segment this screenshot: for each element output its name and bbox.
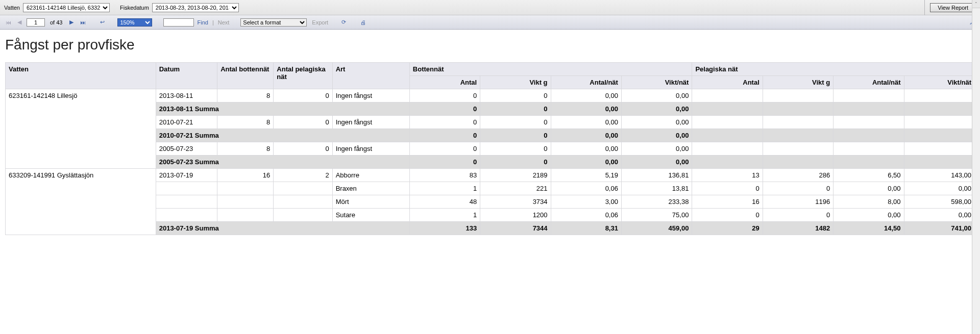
cell-antal-pelagiska: 0 [274,142,332,156]
cell-antal-pelagiska: 2 [274,169,332,182]
cell-pelagiska-value [834,116,904,129]
cell-antal-bottennat [217,195,274,209]
vatten-select[interactable]: 623161-142148 Lillesjö, 633209- [23,3,110,12]
cell-pelagiska-value [692,142,763,156]
cell-pelagiska-value [904,102,975,116]
cell-bottennat-value: 3734 [480,195,551,209]
cell-pelagiska-value: 14,50 [834,222,904,235]
cell-pelagiska-value: 0,00 [904,209,975,222]
cell-art: Sutare [332,209,409,222]
cell-pelagiska-value [763,102,833,116]
find-input[interactable] [163,18,194,27]
zoom-select[interactable]: 150% [117,18,152,27]
cell-bottennat-value: 0 [409,156,480,169]
cell-pelagiska-value [834,142,904,156]
cell-art: Abborre [332,169,409,182]
cell-pelagiska-value [834,129,904,142]
cell-pelagiska-value [763,116,833,129]
col-b-viktnat: Vikt/nät [621,76,692,89]
col-p-vikt: Vikt g [763,76,833,89]
cell-antal-bottennat [217,182,274,195]
cell-bottennat-value: 136,81 [621,169,692,182]
cell-pelagiska-value [692,89,763,102]
cell-pelagiska-value: 286 [763,169,833,182]
back-parent-icon[interactable]: ↩ [98,18,106,27]
next-find-link: Next [218,19,230,25]
col-pelagiska: Pelagiska nät [692,63,975,76]
cell-bottennat-value: 3,00 [551,195,621,209]
cell-bottennat-value: 0 [480,116,551,129]
cell-pelagiska-value [834,89,904,102]
cell-bottennat-value: 0,06 [551,182,621,195]
cell-art: Ingen fångst [332,89,409,102]
cell-bottennat-value: 1 [409,209,480,222]
find-link[interactable]: Find [197,19,208,25]
cell-bottennat-value: 83 [409,169,480,182]
cell-bottennat-value: 133 [409,222,480,235]
cell-antal-pelagiska [274,195,332,209]
cell-pelagiska-value: 0 [692,209,763,222]
cell-pelagiska-value [904,129,975,142]
col-p-viktnat: Vikt/nät [904,76,975,89]
parameter-bar: Vatten 623161-142148 Lillesjö, 633209- F… [0,0,980,15]
cell-pelagiska-value: 6,50 [834,169,904,182]
view-report-button[interactable]: View Report [930,3,976,12]
next-page-icon[interactable]: ▶ [67,18,76,27]
cell-datum [156,209,217,222]
cell-antal-bottennat [217,209,274,222]
cell-bottennat-value: 48 [409,195,480,209]
cell-antal-bottennat: 8 [217,116,274,129]
cell-bottennat-value: 2189 [480,169,551,182]
cell-bottennat-value: 1 [409,182,480,195]
cell-datum: 2013-08-11 [156,89,217,102]
page-number-input[interactable] [27,18,45,27]
cell-antal-bottennat: 8 [217,89,274,102]
cell-pelagiska-value [763,142,833,156]
cell-antal-bottennat: 8 [217,142,274,156]
cell-pelagiska-value [763,156,833,169]
col-b-antalnat: Antal/nät [551,76,621,89]
cell-antal-pelagiska [274,182,332,195]
refresh-icon[interactable]: ⟳ [339,18,348,27]
cell-art: Braxen [332,182,409,195]
cell-datum [156,182,217,195]
col-p-antalnat: Antal/nät [834,76,904,89]
vertical-scrollbar[interactable]: ˄ [972,0,980,334]
prev-page-icon: ◀ [15,18,23,27]
cell-summa: 2013-08-11 Summa [156,102,409,116]
cell-datum: 2010-07-21 [156,116,217,129]
cell-pelagiska-value: 741,00 [904,222,975,235]
print-icon[interactable]: 🖨 [359,18,367,27]
last-page-icon[interactable]: ⏭ [79,18,87,27]
cell-pelagiska-value: 1196 [763,195,833,209]
export-format-select[interactable]: Select a format [240,18,307,27]
cell-pelagiska-value: 0 [692,182,763,195]
cell-bottennat-value: 0 [409,102,480,116]
cell-pelagiska-value: 0,00 [834,182,904,195]
cell-antal-pelagiska: 0 [274,89,332,102]
col-vatten: Vatten [6,63,156,89]
fiskedatum-label: Fiskedatum [120,5,149,11]
col-antal-bottennat: Antal bottennät [217,63,274,89]
scroll-up-icon[interactable]: ˄ [972,0,980,8]
page-of-label: of 43 [50,19,62,25]
param-fiskedatum: Fiskedatum 2013-08-23, 2013-08-20, 2013-… [120,3,239,12]
fiskedatum-select[interactable]: 2013-08-23, 2013-08-20, 2013-0 [152,3,239,12]
cell-vatten: 633209-141991 Gyslättasjön [6,169,156,235]
cell-art: Ingen fångst [332,142,409,156]
cell-pelagiska-value: 598,00 [904,195,975,209]
cell-pelagiska-value [834,156,904,169]
first-page-icon: ⏮ [4,18,12,27]
cell-bottennat-value: 0 [480,89,551,102]
cell-bottennat-value: 0 [409,129,480,142]
cell-pelagiska-value [904,116,975,129]
cell-summa: 2013-07-19 Summa [156,222,409,235]
cell-bottennat-value: 0,00 [621,156,692,169]
cell-bottennat-value: 0,00 [621,129,692,142]
col-antal-pelagiska: Antal pelagiska nät [274,63,332,89]
cell-pelagiska-value [692,116,763,129]
cell-summa: 2005-07-23 Summa [156,156,409,169]
cell-bottennat-value: 5,19 [551,169,621,182]
export-link: Export [312,19,328,25]
cell-pelagiska-value [904,142,975,156]
